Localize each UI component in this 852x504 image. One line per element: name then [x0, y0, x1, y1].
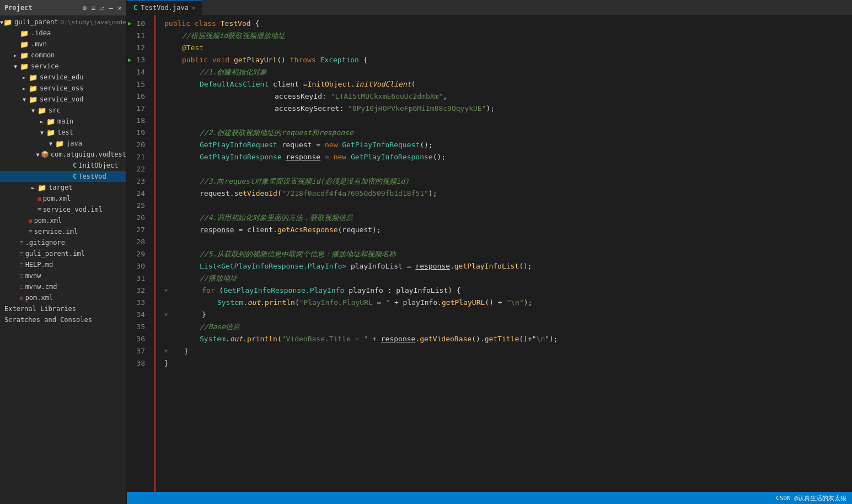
tree-item-mvnw[interactable]: ≡ mvnw — [0, 270, 126, 281]
arrow-package: ▼ — [35, 152, 41, 158]
arrow-common: ► — [11, 52, 20, 58]
tree-item-service-oss[interactable]: ► 📁 service_oss — [0, 83, 126, 94]
label-mvnw: mvnw — [25, 272, 41, 280]
code-line-11: //根据视频id获取视频播放地址 — [156, 30, 852, 42]
tree-item-service-edu[interactable]: ► 📁 service_edu — [0, 72, 126, 83]
ln-21: 21 — [127, 151, 149, 163]
code-line-17: accessKeySecret: "0Py10jHOPVkeFp6MiIm88c… — [156, 103, 852, 115]
tree-item-service[interactable]: ▼ 📁 service — [0, 61, 126, 72]
tab-java-icon: C — [133, 4, 137, 12]
code-line-34: ▼ } — [156, 309, 852, 321]
close-icon[interactable]: × — [117, 4, 122, 12]
tree-item-guli-parent[interactable]: ▼ 📁 guli_parent D:\study\java\code\proje… — [0, 17, 126, 28]
folder-icon-idea: 📁 — [20, 29, 29, 37]
label-src: src — [49, 106, 61, 114]
tree-item-guli-iml[interactable]: ≡ guli_parent.iml — [0, 248, 126, 259]
ln-37: 37 — [127, 345, 149, 357]
ln-27: 27 — [127, 224, 149, 236]
tab-close-btn[interactable]: × — [192, 5, 195, 11]
ln-32: 32 — [127, 285, 149, 297]
ln-17: 17 — [127, 103, 149, 115]
arrow-main: ► — [37, 119, 46, 125]
tree-item-common[interactable]: ► 📁 common — [0, 50, 126, 61]
fold-btn-37[interactable]: ▼ — [164, 345, 168, 357]
tree-item-package[interactable]: ▼ 📦 com.atguigu.vodtest — [0, 149, 126, 160]
sidebar-scratches[interactable]: Scratches and Consoles — [0, 314, 126, 325]
swap-icon[interactable]: ⇌ — [100, 4, 105, 12]
mvnw-cmd-icon: ≡ — [20, 283, 24, 291]
method-initVodClient: initVodClient — [355, 78, 411, 90]
tree-item-pom-vod[interactable]: m pom.xml — [0, 193, 126, 204]
code-line-14: //1.创建初始化对象 — [156, 66, 852, 78]
tree-item-main[interactable]: ► 📁 main — [0, 116, 126, 127]
tree-item-service-iml[interactable]: ≡ service.iml — [0, 226, 126, 237]
tree-item-mvn[interactable]: 📁 .mvn — [0, 39, 126, 50]
label-guli-iml: guli_parent.iml — [25, 250, 85, 258]
package-icon: 📦 — [41, 151, 49, 158]
tab-bar: C TestVod.java × — [127, 0, 852, 15]
tree-item-service-vod[interactable]: ▼ 📁 service_vod — [0, 94, 126, 105]
code-line-26: //4.调用初始化对象里面的方法，获取视频信息 — [156, 212, 852, 224]
method-getAcsResponse: getAcsResponse — [277, 224, 338, 236]
arrow-service: ▼ — [11, 63, 20, 69]
arrow-java: ▼ — [46, 141, 55, 147]
ln-28: 28 — [127, 236, 149, 248]
fold-btn-32[interactable]: ▼ — [164, 285, 168, 297]
label-mvn: .mvn — [31, 40, 47, 48]
code-line-35: //Base信息 — [156, 321, 852, 333]
ln-26: 26 — [127, 212, 149, 224]
ln-35: 35 — [127, 321, 149, 333]
main-panel: C TestVod.java × ▶ 10 11 12 ▶ 13 14 15 1… — [127, 0, 852, 504]
ln-33: 33 — [127, 297, 149, 309]
tree-item-mvnw-cmd[interactable]: ≡ mvnw.cmd — [0, 281, 126, 292]
pom-icon-svc: m — [29, 217, 33, 224]
tree-item-src[interactable]: ▼ 📁 src — [0, 105, 126, 116]
method-setVideoId: setVideoId — [234, 187, 277, 200]
iml-icon-vod: ≡ — [37, 206, 41, 213]
folder-icon-main: 📁 — [46, 117, 55, 126]
label-service-oss: service_oss — [40, 84, 83, 92]
code-line-36: System . out . println ( "VideoBase.Titl… — [156, 333, 852, 345]
project-tree: ▼ 📁 guli_parent D:\study\java\code\proje… — [0, 15, 126, 504]
label-help: HELP.md — [25, 261, 53, 269]
tree-item-java[interactable]: ▼ 📁 java — [0, 138, 126, 149]
response-underline-27: response — [200, 224, 234, 236]
run-gutter-13[interactable]: ▶ — [128, 54, 132, 66]
fold-btn-34[interactable]: ▼ — [164, 309, 168, 321]
code-line-23: //3.向request对象里面设置视频id(必须是没有加密的视频id) — [156, 175, 852, 187]
tree-item-gitignore[interactable]: ≡ .gitignore — [0, 237, 126, 248]
folder-icon: 📁 — [3, 18, 12, 26]
ln-12: 12 — [127, 42, 149, 54]
sync-icon[interactable]: ⊕ — [83, 4, 87, 12]
method-println-33: println — [265, 297, 295, 309]
response-underline-21: response — [286, 151, 321, 163]
arrow-service-vod: ▼ — [20, 96, 29, 103]
sidebar-icons: ⊕ ≡ ⇌ — × — [83, 4, 122, 12]
code-line-38: } — [156, 357, 852, 369]
sidebar-external-libs[interactable]: External Libraries — [0, 303, 126, 314]
tab-testvod[interactable]: C TestVod.java × — [127, 0, 202, 15]
label-package: com.atguigu.vodtest — [51, 151, 126, 158]
ln-19: 19 — [127, 127, 149, 139]
tree-item-test[interactable]: ▼ 📁 test — [0, 127, 126, 138]
pom-icon-vod: m — [37, 195, 41, 202]
collapse-icon[interactable]: ≡ — [92, 4, 96, 12]
code-line-31: //播放地址 — [156, 272, 852, 285]
tree-item-testvod[interactable]: C TestVod — [0, 171, 126, 182]
tree-item-idea[interactable]: 📁 .idea — [0, 28, 126, 39]
code-line-32: ▼ for ( GetPlayInfoResponse.PlayInfo pla… — [156, 285, 852, 297]
tree-item-initobject[interactable]: C InitObject — [0, 160, 126, 171]
tree-item-target[interactable]: ► 📁 target — [0, 182, 126, 193]
help-icon: ≡ — [20, 261, 24, 269]
label-service-edu: service_edu — [40, 73, 83, 81]
run-gutter-10[interactable]: ▶ — [128, 18, 132, 30]
folder-icon-oss: 📁 — [29, 84, 37, 93]
code-line-33: System . out . println ( "PlayInfo.PlayU… — [156, 297, 852, 309]
tree-item-service-vod-iml[interactable]: ≡ service_vod.iml — [0, 204, 126, 215]
tree-item-help[interactable]: ≡ HELP.md — [0, 259, 126, 270]
tree-item-pom-root[interactable]: m pom.xml — [0, 292, 126, 303]
tree-item-pom-svc[interactable]: m pom.xml — [0, 215, 126, 226]
minimize-icon[interactable]: — — [109, 4, 113, 12]
folder-icon-target: 📁 — [37, 184, 46, 192]
code-line-15: DefaultAcsClient client = InitObject . i… — [156, 78, 852, 90]
